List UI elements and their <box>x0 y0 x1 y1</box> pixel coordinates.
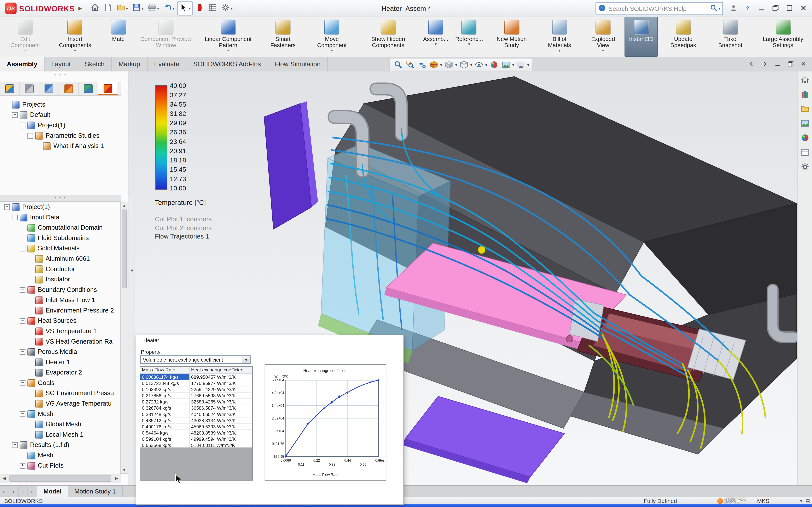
mass-flow-cell[interactable]: 0.490176 kg/s <box>140 424 190 430</box>
design-table-icon[interactable] <box>207 2 219 15</box>
tree-item-projects[interactable]: Projects <box>3 99 120 110</box>
tree-item-goals[interactable]: −Goals <box>3 378 120 388</box>
table-row[interactable]: 0.599104 kg/s49999.4594 W/m^3/K <box>140 436 252 442</box>
previous-view-icon[interactable] <box>416 59 427 70</box>
home-icon[interactable] <box>89 2 101 15</box>
tab-flow-simulation[interactable]: Flow Simulation <box>268 57 328 71</box>
dropdown-caret-icon[interactable]: ▾ <box>470 62 472 67</box>
status-caret-icon[interactable]: ▾ <box>800 498 802 503</box>
tree-item-insulator[interactable]: Insulator <box>3 274 120 285</box>
tree-item-results-1-fld[interactable]: −Results (1.fld) <box>3 440 120 450</box>
dropdown-caret-icon[interactable]: ▾ <box>485 62 488 67</box>
tree-item-computational-domain[interactable]: Computational Domain <box>3 223 120 233</box>
scroll-left-icon[interactable]: ◀ <box>0 474 8 483</box>
expander-icon[interactable]: − <box>20 411 25 416</box>
dropdown-caret-icon[interactable]: ▾ <box>527 62 529 67</box>
mass-flow-cell[interactable]: 0.217856 kg/s <box>140 393 190 399</box>
mass-flow-cell[interactable]: 0.54464 kg/s <box>140 430 190 436</box>
search-input[interactable]: Search SOLIDWORKS Help <box>606 5 710 12</box>
tree-item-environment-pressure-2[interactable]: Environment Pressure 2 <box>3 305 120 316</box>
options-icon[interactable]: ▾ <box>220 2 234 15</box>
motion-vcr-button-0[interactable]: « <box>0 486 9 497</box>
previous-window-button[interactable] <box>746 59 757 69</box>
dropdown-caret-icon[interactable]: ▾ <box>142 6 144 11</box>
dropdown-caret-icon[interactable]: ▾ <box>126 6 128 11</box>
mass-flow-cell[interactable]: 0.326784 kg/s <box>140 405 190 411</box>
panel-resize-splitter[interactable]: ◂ <box>129 198 135 485</box>
dropdown-caret-icon[interactable]: ▾ <box>231 6 233 11</box>
view-settings-icon[interactable] <box>515 59 526 70</box>
panel-splitter[interactable]: • • • <box>0 195 121 202</box>
expander-icon[interactable]: − <box>20 318 25 324</box>
tree-item-conductor[interactable]: Conductor <box>3 264 120 274</box>
tree-item-aluminum-6061[interactable]: Aluminum 6061 <box>3 253 120 264</box>
ribbon-mate-button[interactable]: Mate <box>102 17 135 57</box>
displaymanager-tab[interactable] <box>79 82 98 95</box>
featuremanager-tab[interactable] <box>0 82 20 95</box>
expander-icon[interactable]: − <box>28 133 33 138</box>
coefficient-cell[interactable]: 45969.5393 W/m^3/K <box>190 424 252 430</box>
search-icon[interactable] <box>710 4 718 13</box>
dropdown-caret-icon[interactable]: ▾ <box>227 48 229 53</box>
close-button[interactable] <box>797 2 810 14</box>
table-row[interactable]: 0.435712 kg/s43038.3134 W/m^3/K <box>140 417 252 424</box>
mass-flow-cell[interactable]: 0.163392 kg/s <box>140 387 190 393</box>
help-search-box[interactable]: ? Search SOLIDWORKS Help ▾ <box>596 2 723 15</box>
mass-flow-cell[interactable]: 0.381248 kg/s <box>140 411 190 417</box>
new-document-icon[interactable] <box>102 2 114 15</box>
expander-icon[interactable]: − <box>20 245 25 251</box>
ribbon-smart-fasteners-button[interactable]: Smart Fasteners <box>259 17 307 57</box>
tab-assembly[interactable]: Assembly <box>0 57 45 71</box>
tree-item-vg-average-temperatu[interactable]: VG Average Temperatu <box>3 398 120 409</box>
tree-item-fluid-subdomains[interactable]: Fluid Subdomains <box>3 233 120 243</box>
coefficient-cell[interactable]: 49999.4594 W/m^3/K <box>190 436 252 442</box>
apply-scene-icon[interactable] <box>500 59 511 70</box>
dropdown-caret-icon[interactable]: ▾ <box>602 48 604 53</box>
doc-close-button[interactable] <box>798 59 809 69</box>
flow-simulation-tab[interactable] <box>98 82 118 95</box>
doc-minimize-button[interactable] <box>772 59 783 69</box>
user-icon[interactable] <box>727 2 740 14</box>
scroll-down-icon[interactable]: ▼ <box>121 467 128 473</box>
tree-item-what-if-analysis-1[interactable]: What If Analysis 1 <box>3 141 120 151</box>
expander-icon[interactable]: − <box>4 204 10 210</box>
panel-grip[interactable]: • • • <box>0 72 121 78</box>
expander-icon[interactable]: − <box>20 349 25 355</box>
table-row[interactable]: 0.217856 kg/s27669.5598 W/m^3/K <box>140 393 252 399</box>
tree-item-global-mesh[interactable]: Global Mesh <box>3 419 120 430</box>
bottom-tab-motion-study-1[interactable]: Motion Study 1 <box>68 486 122 497</box>
tree-item-heater-1[interactable]: Heater 1 <box>3 357 120 368</box>
table-row[interactable]: 0.326784 kg/s36586.5874 W/m^3/K <box>140 405 252 411</box>
table-row[interactable]: 0.490176 kg/s45969.5393 W/m^3/K <box>140 424 252 430</box>
doc-restore-button[interactable] <box>784 59 796 69</box>
coefficient-cell[interactable]: 48208.8589 W/m^3/K <box>190 430 252 436</box>
tree-item-heat-sources[interactable]: −Heat Sources <box>3 316 120 326</box>
expander-icon[interactable]: − <box>20 380 25 386</box>
mass-flow-cell[interactable]: 0.599104 kg/s <box>140 436 190 442</box>
expander-icon[interactable]: − <box>12 112 17 118</box>
dropdown-caret-icon[interactable]: ▾ <box>435 42 437 47</box>
tree-item-project-1[interactable]: −Project(1) <box>3 120 120 130</box>
heater-table[interactable]: Mass Flow RateHeat exchange coefficient0… <box>140 366 253 481</box>
ribbon-component-preview-window-button[interactable]: Component Preview Window <box>135 17 197 57</box>
dimxpertmanager-tab[interactable] <box>59 82 79 95</box>
tab-layout[interactable]: Layout <box>45 57 78 71</box>
scroll-right-icon[interactable]: ▶ <box>112 474 121 483</box>
display-style-icon[interactable] <box>458 59 469 70</box>
file-explorer-icon[interactable] <box>799 102 811 115</box>
dropdown-caret-icon[interactable]: ▾ <box>157 6 159 11</box>
tree-item-input-data[interactable]: −Input Data <box>3 212 120 223</box>
save-icon[interactable]: ▾ <box>131 2 145 15</box>
dropdown-caret-icon[interactable]: ▾ <box>455 62 457 67</box>
menu-expand-icon[interactable]: ▶ <box>78 6 82 11</box>
status-pane-icon[interactable]: ▤ <box>805 498 810 503</box>
ribbon-linear-component-pattern-button[interactable]: Linear Component Pattern▾ <box>197 17 259 57</box>
table-row[interactable]: 0.381248 kg/s40400.6024 W/m^3/K <box>140 411 252 417</box>
view-palette-icon[interactable] <box>799 117 811 129</box>
dropdown-caret-icon[interactable]: ▾ <box>468 42 470 47</box>
ribbon-large-assembly-settings-button[interactable]: Large Assembly Settings <box>752 17 812 57</box>
ribbon-take-snapshot-button[interactable]: Take Snapshot <box>709 17 752 57</box>
mass-flow-cell[interactable]: 0.435712 kg/s <box>140 417 190 424</box>
tree-item-boundary-conditions[interactable]: −Boundary Conditions <box>3 284 120 295</box>
tab-evaluate[interactable]: Evaluate <box>147 57 187 71</box>
